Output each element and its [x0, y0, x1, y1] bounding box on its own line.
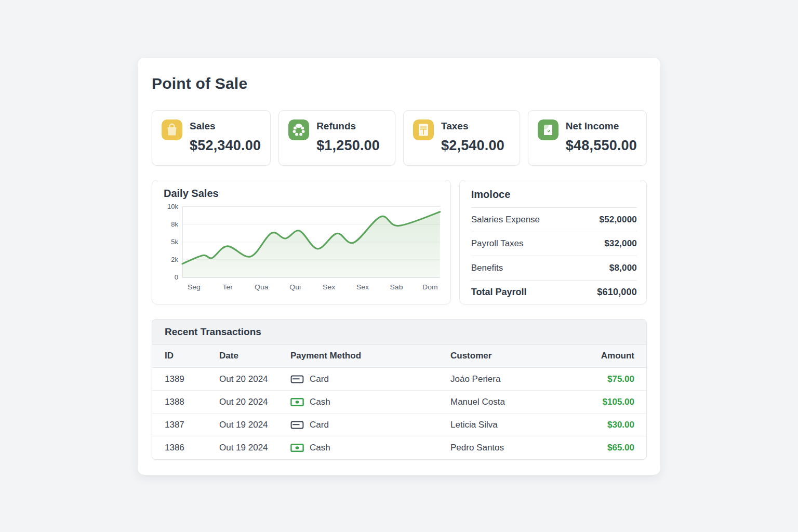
- column-header-payment-method: Payment Method: [290, 351, 450, 361]
- stat-card-sales: Sales $52,340.00: [152, 110, 271, 166]
- svg-text:Dom: Dom: [422, 284, 438, 291]
- transaction-amount: $65.00: [567, 443, 634, 453]
- svg-text:Sex: Sex: [356, 284, 369, 291]
- column-header-id: ID: [165, 351, 219, 361]
- transaction-method: Cash: [290, 397, 450, 407]
- transaction-amount: $105.00: [567, 397, 634, 407]
- table-header-row: ID Date Payment Method Customer Amount: [152, 344, 646, 368]
- stat-card-net-income: Net Income $48,550.00: [528, 110, 647, 166]
- page-title: Point of Sale: [152, 73, 647, 94]
- transaction-id: 1388: [165, 397, 219, 407]
- area-chart: 10k8k5k2k0SegTerQuaQuiSexSexSabDom: [158, 201, 442, 293]
- transaction-id: 1389: [165, 374, 219, 384]
- svg-text:Seg: Seg: [188, 284, 201, 291]
- transaction-method: Card: [290, 374, 450, 384]
- payroll-label: Salaries Expense: [471, 215, 540, 225]
- stat-value: $52,340.00: [190, 137, 261, 154]
- middle-row: Daily Sales 10k8k5k2k0SegTerQuaQuiSexSex…: [152, 180, 647, 304]
- payment-method-icon-slot: [290, 443, 304, 453]
- payroll-row: Salaries Expense $52,0000: [471, 208, 637, 232]
- transaction-customer: Joáo Periera: [450, 374, 567, 384]
- daily-sales-panel: Daily Sales 10k8k5k2k0SegTerQuaQuiSexSex…: [152, 180, 451, 304]
- table-row: 1389 Out 20 2024 Card Joáo Periera $75.0…: [152, 368, 646, 391]
- payment-method-label: Cash: [310, 397, 330, 407]
- transactions-title: Recent Transactions: [152, 320, 646, 344]
- payroll-value: $8,000: [609, 263, 637, 273]
- payroll-row: Payroll Taxes $32,000: [471, 232, 637, 257]
- transaction-date: Out 20 2024: [219, 374, 290, 384]
- svg-text:Qui: Qui: [289, 284, 301, 291]
- payroll-label: Benefits: [471, 263, 503, 273]
- table-row: 1388 Out 20 2024 Cash Manuel Costa $105.…: [152, 391, 646, 414]
- transaction-customer: Manuel Costa: [450, 397, 567, 407]
- svg-text:Ter: Ter: [223, 284, 233, 291]
- chart-title: Daily Sales: [164, 188, 442, 200]
- stat-value: $48,550.00: [566, 137, 637, 154]
- transaction-amount: $75.00: [567, 374, 634, 384]
- table-row: 1387 Out 19 2024 Card Leticia Silva $30.…: [152, 414, 646, 436]
- pos-dashboard-card: Point of Sale Sales $52,340.00: [137, 57, 661, 475]
- payment-method-icon-slot: [290, 420, 304, 430]
- stat-label: Net Income: [566, 120, 637, 132]
- svg-text:2k: 2k: [171, 256, 178, 264]
- payroll-total-value: $610,000: [597, 287, 637, 298]
- svg-text:Sab: Sab: [390, 284, 403, 291]
- cash-icon: [290, 443, 304, 453]
- stat-label: Refunds: [316, 120, 380, 132]
- card-icon: [290, 420, 304, 430]
- transaction-amount: $30.00: [567, 420, 634, 430]
- payroll-label: Payroll Taxes: [471, 238, 524, 249]
- stat-label: Sales: [190, 120, 261, 132]
- payment-method-label: Card: [310, 374, 329, 384]
- stat-card-refunds: Refunds $1,250.00: [278, 110, 395, 166]
- transaction-date: Out 20 2024: [219, 397, 290, 407]
- column-header-customer: Customer: [450, 351, 567, 361]
- payment-method-label: Card: [310, 420, 329, 430]
- document-icon: [538, 119, 558, 140]
- stat-value: $2,540.00: [441, 137, 504, 154]
- svg-text:Sex: Sex: [323, 284, 335, 291]
- stat-card-taxes: Taxes $2,540.00: [403, 110, 520, 166]
- payment-method-icon-slot: [290, 375, 304, 384]
- table-row: 1386 Out 19 2024 Cash Pedro Santos $65.0…: [152, 436, 646, 459]
- column-header-amount: Amount: [567, 351, 634, 361]
- payroll-total-row: Total Payroll $610,000: [471, 281, 637, 304]
- svg-text:5k: 5k: [171, 238, 178, 246]
- column-header-date: Date: [219, 351, 290, 361]
- transaction-method: Cash: [290, 443, 450, 453]
- receipt-icon: [413, 119, 434, 140]
- payroll-title: Imoloce: [471, 180, 637, 208]
- transaction-id: 1386: [165, 443, 219, 453]
- transaction-customer: Leticia Silva: [450, 420, 567, 430]
- stat-label: Taxes: [441, 120, 504, 132]
- svg-text:0: 0: [175, 274, 178, 282]
- transaction-date: Out 19 2024: [219, 443, 290, 453]
- payroll-row: Benefits $8,000: [471, 256, 637, 281]
- payment-method-icon-slot: [290, 397, 304, 407]
- stat-value: $1,250.00: [316, 137, 380, 154]
- payroll-value: $52,0000: [599, 215, 637, 225]
- recent-transactions-panel: Recent Transactions ID Date Payment Meth…: [152, 319, 647, 460]
- transaction-date: Out 19 2024: [219, 420, 290, 430]
- svg-text:10k: 10k: [167, 203, 179, 210]
- transaction-customer: Pedro Santos: [450, 443, 567, 453]
- transaction-id: 1387: [165, 420, 219, 430]
- svg-text:8k: 8k: [171, 220, 178, 228]
- stats-row: Sales $52,340.00 Refunds $1,250.00: [152, 110, 647, 166]
- shopping-bag-icon: [162, 119, 182, 140]
- payroll-panel: Imoloce Salaries Expense $52,0000 Payrol…: [459, 180, 647, 304]
- svg-text:Qua: Qua: [255, 284, 269, 291]
- transaction-method: Card: [290, 420, 450, 430]
- refresh-dots-icon: [288, 119, 309, 140]
- payroll-value: $32,000: [604, 238, 637, 249]
- payment-method-label: Cash: [310, 443, 330, 453]
- payroll-total-label: Total Payroll: [471, 287, 527, 298]
- cash-icon: [290, 397, 304, 407]
- daily-sales-chart: 10k8k5k2k0SegTerQuaQuiSexSexSabDom: [158, 201, 442, 293]
- card-icon: [290, 375, 304, 384]
